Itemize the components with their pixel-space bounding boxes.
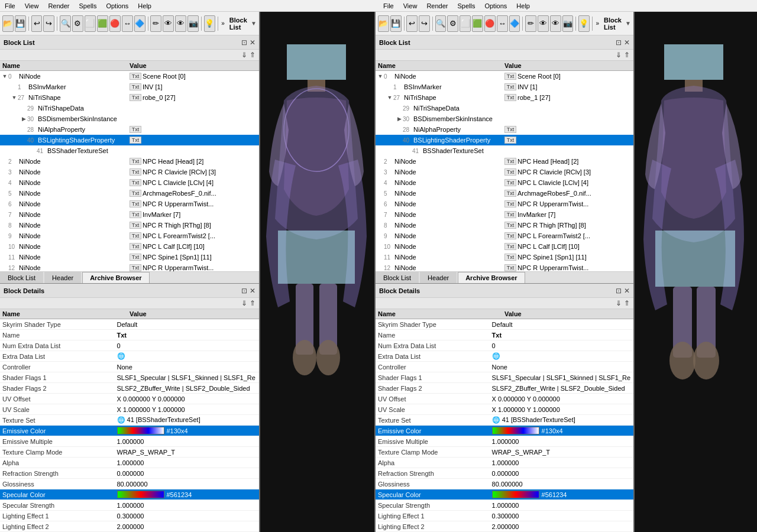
tree-row[interactable]: 10 NiNodeTxtNPC L Calf [LClf] [10] [0, 241, 259, 252]
menu-render-left[interactable]: Render [43, 1, 74, 11]
right-tab-archive[interactable]: Archive Browser [458, 272, 525, 283]
toolbar-btn-5[interactable]: 🔴 [109, 15, 121, 32]
menu-render-right[interactable]: Render [422, 1, 452, 11]
tree-row[interactable]: ▶30 BSDismemberSkinInstance [376, 113, 633, 124]
toolbar-btn-cam[interactable]: 📷 [187, 15, 199, 32]
menu-help-right[interactable]: Help [512, 1, 535, 11]
tree-row[interactable]: 1 BSInvMarkerTxtINV [1] [0, 82, 259, 92]
tree-row[interactable]: 4 NiNodeTxtNPC L Clavicle [LClv] [4] [0, 177, 259, 188]
toolbar-btn-r3[interactable]: ⬜ [460, 15, 471, 32]
tree-row[interactable]: ▼27 NiTriShapeTxtrobe_0 [27] [0, 92, 259, 103]
toolbar-btn-more-right[interactable]: » [594, 19, 600, 28]
toolbar-btn-eye[interactable]: 👁 [163, 15, 174, 32]
toolbar-btn-redo[interactable]: ↪ [43, 15, 54, 32]
tree-toggle-icon[interactable]: ▶ [20, 116, 27, 122]
right-tab-header[interactable]: Header [420, 272, 457, 283]
left-details-maximize-icon[interactable]: ⊡ [241, 287, 247, 295]
left-maximize-icon[interactable]: ⊡ [241, 38, 247, 47]
tree-row[interactable]: 5 NiNodeTxtArchmageRobesF_0.nif... [376, 188, 633, 199]
left-scroll-up-icon[interactable]: ⇑ [250, 51, 255, 59]
detail-field-value[interactable]: #130x4 [492, 427, 631, 434]
toolbar-btn-1[interactable]: 🔍 [60, 15, 71, 32]
toolbar-btn-reye[interactable]: 👁 [538, 15, 549, 32]
tree-row[interactable]: 7 NiNodeTxtInvMarker [7] [376, 209, 633, 220]
tree-toggle-icon[interactable]: ▼ [1, 73, 8, 79]
menu-view-right[interactable]: View [399, 1, 422, 11]
menu-spells-right[interactable]: Spells [452, 1, 480, 11]
toolbar-btn-reye2[interactable]: 👁 [550, 15, 561, 32]
right-details-close-icon[interactable]: ✕ [624, 287, 630, 295]
toolbar-btn-3[interactable]: ⬜ [85, 15, 96, 32]
menu-options-right[interactable]: Options [480, 1, 512, 11]
toolbar-btn-r1[interactable]: 🔍 [435, 15, 447, 32]
tree-row[interactable]: ▼0 NiNodeTxtScene Root [0] [0, 71, 259, 82]
tree-row[interactable]: 11 NiNodeTxtNPC Spine1 [Spn1] [11] [0, 252, 259, 262]
toolbar-btn-r4[interactable]: 🟩 [472, 15, 483, 32]
tree-row[interactable]: 8 NiNodeTxtNPC R Thigh [RThg] [8] [0, 220, 259, 231]
left-close-icon[interactable]: ✕ [250, 38, 255, 47]
tree-row[interactable]: 6 NiNodeTxtNPC R UpperarmTwist... [0, 199, 259, 209]
tree-row[interactable]: 11 NiNodeTxtNPC Spine1 [Spn1] [11] [376, 252, 633, 262]
tree-row[interactable]: 40 BSLightingShaderPropertyTxt [0, 135, 259, 145]
toolbar-btn-save-right[interactable]: 💾 [390, 15, 402, 32]
tree-row[interactable]: 41 BSShaderTextureSet [0, 145, 259, 156]
right-details-scroll-up[interactable]: ⇑ [624, 299, 630, 307]
tree-toggle-icon[interactable]: ▼ [377, 73, 384, 79]
toolbar-btn-open[interactable]: 📂 [2, 15, 14, 32]
right-tree-container[interactable]: ▼0 NiNodeTxtScene Root [0]1 BSInvMarkerT… [376, 71, 633, 271]
right-tab-blocklist[interactable]: Block List [376, 272, 419, 283]
toolbar-btn-r6[interactable]: ↔ [497, 15, 508, 32]
toolbar-btn-r2[interactable]: ⚙ [447, 15, 458, 32]
tree-row[interactable]: 2 NiNodeTxtNPC Head [Head] [2] [376, 156, 633, 167]
tree-row[interactable]: 9 NiNodeTxtNPC L ForearmTwist2 [... [376, 231, 633, 241]
left-details-close-icon[interactable]: ✕ [250, 287, 255, 295]
tree-row[interactable]: 6 NiNodeTxtNPC R UpperarmTwist... [376, 199, 633, 209]
tree-row[interactable]: 12 NiNodeTxtNPC R UpperarmTwist... [0, 262, 259, 271]
menu-file-right[interactable]: File [378, 1, 399, 11]
tree-row[interactable]: 28 NiAlphaPropertyTxt [376, 124, 633, 135]
right-scroll-down-icon[interactable]: ⇓ [616, 51, 622, 59]
toolbar-btn-2[interactable]: ⚙ [72, 15, 83, 32]
toolbar-btn-7[interactable]: 🔷 [134, 15, 145, 32]
right-details-scroll-down[interactable]: ⇓ [616, 299, 622, 307]
toolbar-btn-rcam[interactable]: 📷 [562, 15, 574, 32]
tree-row[interactable]: ▼27 NiTriShapeTxtrobe_1 [27] [376, 92, 633, 103]
tree-row[interactable]: 29 NiTriShapeData [0, 103, 259, 113]
tree-row[interactable]: 3 NiNodeTxtNPC R Clavicle [RClv] [3] [0, 167, 259, 177]
toolbar-btn-undo-right[interactable]: ↩ [406, 15, 418, 32]
tree-row[interactable]: ▶30 BSDismemberSkinInstance [0, 113, 259, 124]
right-details-maximize-icon[interactable]: ⊡ [616, 287, 622, 295]
tree-row[interactable]: 40 BSLightingShaderPropertyTxt [376, 135, 633, 145]
toolbar-btn-r7[interactable]: 🔷 [509, 15, 520, 32]
toolbar-btn-rlight[interactable]: 💡 [578, 15, 590, 32]
toolbar-btn-8[interactable]: ✏ [150, 15, 161, 32]
menu-file-left[interactable]: File [0, 1, 20, 11]
menu-help-left[interactable]: Help [133, 1, 156, 11]
tree-row[interactable]: 8 NiNodeTxtNPC R Thigh [RThg] [8] [376, 220, 633, 231]
tree-row[interactable]: 4 NiNodeTxtNPC L Clavicle [LClv] [4] [376, 177, 633, 188]
tree-row[interactable]: 9 NiNodeTxtNPC L ForearmTwist2 [... [0, 231, 259, 241]
tree-row[interactable]: 29 NiTriShapeData [376, 103, 633, 113]
tree-row[interactable]: 3 NiNodeTxtNPC R Clavicle [RClv] [3] [376, 167, 633, 177]
toolbar-btn-r5[interactable]: 🔴 [484, 15, 496, 32]
tree-row[interactable]: 10 NiNodeTxtNPC L Calf [LClf] [10] [376, 241, 633, 252]
tree-row[interactable]: 12 NiNodeTxtNPC R UpperarmTwist... [376, 262, 633, 271]
tree-toggle-icon[interactable]: ▶ [396, 116, 403, 122]
tree-row[interactable]: 1 BSInvMarkerTxtINV [1] [376, 82, 633, 92]
toolbar-btn-redo-right[interactable]: ↪ [419, 15, 430, 32]
tree-row[interactable]: ▼0 NiNodeTxtScene Root [0] [376, 71, 633, 82]
tree-row[interactable]: 7 NiNodeTxtInvMarker [7] [0, 209, 259, 220]
tree-toggle-icon[interactable]: ▼ [11, 95, 18, 100]
toolbar-btn-undo[interactable]: ↩ [31, 15, 43, 32]
left-tab-header[interactable]: Header [44, 272, 81, 283]
menu-view-left[interactable]: View [20, 1, 44, 11]
toolbar-btn-more1[interactable]: » [220, 19, 226, 28]
left-details-scroll-down[interactable]: ⇓ [241, 299, 247, 307]
toolbar-btn-open-right[interactable]: 📂 [378, 15, 389, 32]
tree-row[interactable]: 2 NiNodeTxtNPC Head [Head] [2] [0, 156, 259, 167]
tree-row[interactable]: 41 BSShaderTextureSet [376, 145, 633, 156]
detail-field-value[interactable]: #130x4 [117, 427, 257, 434]
right-maximize-icon[interactable]: ⊡ [616, 38, 622, 47]
right-scroll-up-icon[interactable]: ⇑ [624, 51, 630, 59]
left-details-scroll-up[interactable]: ⇑ [250, 299, 255, 307]
